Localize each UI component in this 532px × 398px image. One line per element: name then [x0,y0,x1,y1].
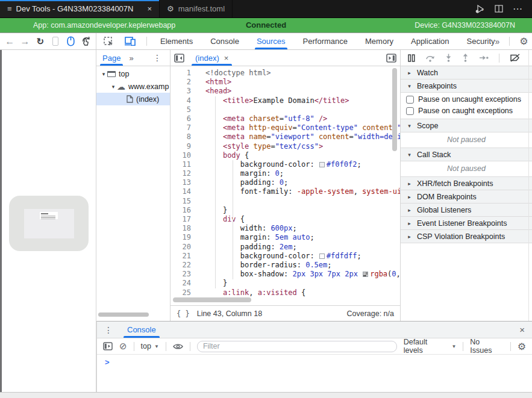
section-header-scope[interactable]: ▾Scope [401,119,532,132]
tree-item-www-examp[interactable]: ▾☁www.examp [96,80,170,93]
line-number[interactable]: 12 [171,169,191,178]
devtools-tab-security[interactable]: Security [467,33,495,49]
color-swatch[interactable] [363,272,368,277]
line-number[interactable]: 20 [171,243,191,252]
horizontal-scrollbar[interactable] [98,312,149,317]
section-header-global-listeners[interactable]: ▸Global Listeners [401,204,532,217]
section-header-call-stack[interactable]: ▾Call Stack [401,148,532,161]
line-number[interactable]: 6 [171,114,191,123]
line-number[interactable]: 9 [171,142,191,151]
pause-script-button[interactable] [408,54,415,62]
pause-option-pause-on-uncaught-exceptions[interactable]: Pause on uncaught exceptions [401,93,532,104]
reload-button[interactable]: ↻ [35,36,46,48]
tab-console[interactable]: Console [127,322,156,338]
log-levels-selector[interactable]: Default levels ▼ [404,338,457,355]
line-number[interactable]: 2 [171,78,191,87]
pretty-print-icon[interactable]: { } [177,309,190,318]
tab-manifest-toml[interactable]: ⚙ manifest.toml [160,0,233,17]
line-number[interactable]: 7 [171,123,191,132]
console-settings-gear-icon[interactable]: ⚙ [518,341,526,352]
deactivate-breakpoints-button[interactable] [510,54,521,62]
line-number[interactable]: 5 [171,105,191,114]
line-number[interactable]: 11 [171,160,191,169]
color-swatch[interactable] [319,162,325,167]
section-header-event-listener-breakpoints[interactable]: ▸Event Listener Breakpoints [401,217,532,230]
horizontal-scrollbar[interactable] [173,297,251,302]
section-header-breakpoints[interactable]: ▾Breakpoints [401,79,532,93]
devtools-tab-sources[interactable]: Sources [257,33,286,49]
step-out-button[interactable] [462,54,469,62]
kebab-menu-icon[interactable]: ⋮ [104,325,113,335]
devtools-tab-memory[interactable]: Memory [365,33,393,49]
line-number[interactable]: 23 [171,270,191,279]
split-editor-icon[interactable] [495,5,503,13]
device-toolbar-button[interactable] [125,37,136,46]
line-number[interactable]: 13 [171,178,191,187]
console-filter-input[interactable] [197,341,397,352]
color-swatch[interactable] [319,253,325,259]
line-number[interactable]: 1 [171,69,191,78]
hide-navigator-button[interactable] [174,54,184,63]
line-number[interactable]: 8 [171,132,191,141]
section-header-dom-breakpoints[interactable]: ▸DOM Breakpoints [401,190,532,204]
line-number[interactable]: 24 [171,279,191,288]
console-prompt-chevron[interactable]: > [105,358,110,367]
more-actions-icon[interactable]: ⋯ [513,3,522,14]
section-header-xhr-fetch-breakpoints[interactable]: ▸XHR/fetch Breakpoints [401,177,532,190]
line-number[interactable]: 14 [171,187,191,196]
inspect-element-button[interactable] [104,37,114,46]
step-into-button[interactable] [445,54,452,62]
chevron-expanded-icon[interactable]: ▾ [100,71,107,77]
line-number[interactable]: 15 [171,197,191,206]
kebab-menu-icon[interactable]: ⋮ [153,53,161,63]
line-number[interactable]: 21 [171,252,191,261]
close-icon[interactable]: × [224,54,229,63]
step-button[interactable] [479,55,489,61]
console-sidebar-toggle[interactable] [103,342,113,350]
device-preview-thumbnail[interactable] [9,196,89,251]
tab-dev-tools[interactable]: ≡ Dev Tools - G4N33M023384007N × [0,0,160,17]
device-frame-button[interactable] [50,36,61,48]
tree-item-top[interactable]: ▾top [96,67,170,80]
context-selector[interactable]: top ▼ [141,342,159,350]
issues-counter[interactable]: No Issues [470,338,503,355]
step-over-button[interactable] [425,54,435,62]
line-number[interactable]: 18 [171,224,191,233]
devtools-tab-console[interactable]: Console [210,33,239,49]
line-number[interactable]: 10 [171,151,191,160]
settings-gear-icon[interactable]: ⚙ [519,36,528,47]
line-number[interactable]: 16 [171,206,191,215]
more-tabs-button[interactable]: » [129,54,133,63]
run-or-debug-icon[interactable]: ⌄ [475,4,485,14]
mouse-input-button[interactable] [65,36,76,48]
devtools-tab-application[interactable]: Application [411,33,449,49]
more-tabs-button[interactable]: » [495,37,500,46]
line-number[interactable]: 22 [171,261,191,270]
clear-console-icon[interactable]: ⊘ [119,341,127,352]
checkbox-unchecked[interactable] [406,96,414,104]
editor-tab-index[interactable]: (index) × [195,50,228,66]
back-button[interactable]: ← [4,36,15,48]
pause-option-pause-on-caught-exceptions[interactable]: Pause on caught exceptions [401,104,532,116]
chevron-expanded-icon[interactable]: ▾ [110,84,117,90]
devtools-tab-performance[interactable]: Performance [303,33,348,49]
hide-debugger-button[interactable] [386,54,396,63]
section-header-csp-violation-breakpoints[interactable]: ▸CSP Violation Breakpoints [401,230,532,243]
close-icon[interactable]: × [147,4,152,13]
code-viewport[interactable]: 1<!doctype html>2<html>3<head>4 <title>E… [171,66,400,305]
tab-page[interactable]: Page [102,50,120,66]
console-messages[interactable]: > [97,355,532,392]
line-number[interactable]: 19 [171,233,191,242]
vertical-scrollbar[interactable] [392,68,397,151]
line-number[interactable]: 3 [171,87,191,96]
section-header-watch[interactable]: ▸Watch [401,66,532,79]
line-number[interactable]: 25 [171,288,191,297]
close-drawer-icon[interactable]: × [519,325,525,335]
tree-item-index[interactable]: (index) [96,93,170,105]
touch-input-button[interactable] [81,36,92,48]
forward-button[interactable]: → [20,36,31,48]
checkbox-unchecked[interactable] [406,107,414,115]
line-number[interactable]: 17 [171,215,191,224]
devtools-tab-elements[interactable]: Elements [160,33,193,49]
live-expression-eye-icon[interactable] [173,343,183,350]
